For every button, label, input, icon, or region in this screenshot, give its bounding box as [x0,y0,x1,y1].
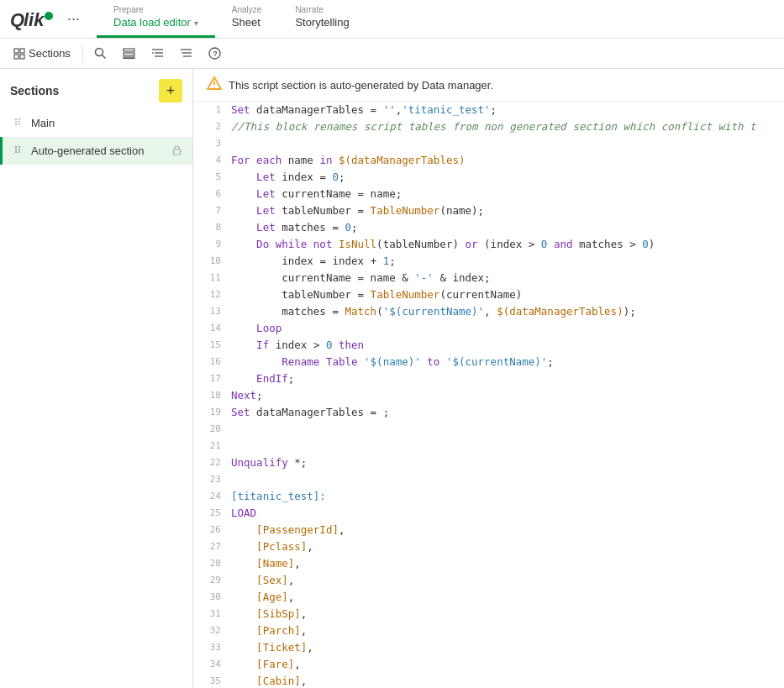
lock-icon-svg [171,144,182,155]
code-line-27: 27 [Pclass], [193,538,784,555]
prepare-dropdown-arrow-icon[interactable]: ▾ [194,18,198,28]
warning-message: This script section is auto-generated by… [229,79,493,92]
qlik-wordmark-icon: Q lik [10,8,54,31]
nav-tab-analyze-subtitle: Analyze [232,5,262,15]
nav-tab-analyze-title: Sheet [232,15,262,30]
svg-point-25 [18,123,20,125]
editor-area: This script section is auto-generated by… [193,69,784,688]
svg-point-29 [18,146,20,148]
svg-rect-32 [174,150,181,155]
code-line-29: 29 [Sex], [193,572,784,589]
svg-text:?: ? [213,50,218,58]
warning-triangle-icon [207,76,222,91]
sidebar-item-main[interactable]: Main [0,109,192,137]
code-line-26: 26 [PassengerId], [193,522,784,538]
svg-rect-3 [14,49,18,53]
code-line-25: 25 LOAD [193,505,784,522]
code-line-2: 2 //This block renames script tables fro… [193,118,784,135]
code-line-7: 7 Let tableNumber = TableNumber(name); [193,202,784,219]
search-icon [94,47,107,60]
more-options-button[interactable]: ··· [61,10,87,28]
sections-toggle-icon [13,48,25,60]
code-line-13: 13 matches = Match('$(currentName)', $(d… [193,303,784,320]
code-line-1: 1 Set dataManagerTables = '','titanic_te… [193,102,784,118]
svg-point-28 [15,151,17,153]
code-line-31: 31 [SibSp], [193,606,784,622]
indent-increase-icon [151,47,164,60]
code-line-14: 14 Loop [193,320,784,337]
nav-tab-prepare-title: Data load editor [113,15,191,30]
warning-icon [207,76,222,94]
code-line-19: 19 Set dataManagerTables = ; [193,404,784,421]
sidebar-item-main-icon [13,116,24,130]
view-toggle-icon [123,47,135,60]
code-line-22: 22 Unqualify *; [193,454,784,471]
svg-point-26 [15,146,17,148]
code-line-20: 20 [193,421,784,438]
nav-tab-prepare-title-row: Data load editor ▾ [113,15,198,30]
help-button[interactable]: ? [203,41,228,66]
code-editor[interactable]: 1 Set dataManagerTables = '','titanic_te… [193,102,784,688]
nav-tab-prepare-subtitle: Prepare [113,5,198,15]
svg-rect-6 [20,55,24,59]
code-line-34: 34 [Fare], [193,656,784,673]
svg-rect-11 [124,57,134,59]
svg-line-8 [103,55,106,59]
svg-point-2 [45,12,53,20]
sidebar-item-autogenerated-label: Auto-generated section [31,144,165,157]
svg-rect-5 [14,55,18,59]
indent-increase-button[interactable] [145,41,171,66]
code-line-6: 6 Let currentName = name; [193,186,784,202]
nav-tab-narrate-subtitle: Narrate [295,5,349,15]
svg-text:Q: Q [10,9,24,30]
code-line-12: 12 tableNumber = TableNumber(currentName… [193,286,784,303]
svg-rect-10 [124,53,134,55]
svg-rect-9 [124,49,134,51]
code-line-21: 21 [193,438,784,454]
nav-tabs: Prepare Data load editor ▾ Analyze Sheet… [97,0,784,38]
add-section-button[interactable]: + [159,79,182,102]
view-toggle-button[interactable] [117,41,142,66]
code-line-24: 24 [titanic_test]: [193,488,784,505]
nav-tab-narrate-title: Storytelling [295,15,349,30]
code-line-16: 16 Rename Table '$(name)' to '$(currentN… [193,354,784,370]
code-line-30: 30 [Age], [193,589,784,606]
sidebar-item-autogenerated-drag-icon [13,144,24,158]
code-line-17: 17 EndIf; [193,370,784,387]
code-line-32: 32 [Parch], [193,622,784,639]
svg-point-22 [15,123,17,125]
code-line-28: 28 [Name], [193,555,784,572]
toolbar-divider-1 [82,45,83,62]
sidebar-item-main-label: Main [31,117,182,129]
help-icon: ? [208,47,221,60]
sidebar-item-autogenerated[interactable]: Auto-generated section [0,137,192,165]
svg-rect-4 [20,49,24,53]
drag-handle-icon [13,116,24,128]
qlik-logo[interactable]: Q lik [10,8,54,31]
code-line-23: 23 [193,471,784,488]
warning-bar: This script section is auto-generated by… [193,69,784,102]
code-line-4: 4 For each name in $(dataManagerTables) [193,152,784,169]
nav-tab-analyze[interactable]: Analyze Sheet [215,0,279,38]
code-line-15: 15 If index > 0 then [193,337,784,354]
svg-text:lik: lik [24,9,45,30]
sidebar-title: Sections [10,84,59,97]
search-button[interactable] [88,41,113,66]
nav-tab-prepare[interactable]: Prepare Data load editor ▾ [97,0,215,38]
svg-point-30 [18,149,20,150]
svg-point-35 [213,87,215,88]
logo-area: Q lik ··· [0,0,97,38]
svg-point-20 [15,118,17,120]
sidebar: Sections + Main [0,69,193,688]
sections-toggle-button[interactable]: Sections [7,41,77,66]
code-line-5: 5 Let index = 0; [193,169,784,186]
code-line-35: 35 [Cabin], [193,673,784,688]
main-content: Sections + Main [0,69,784,688]
code-line-11: 11 currentName = name & '-' & index; [193,270,784,286]
svg-point-24 [18,121,20,123]
code-line-18: 18 Next; [193,387,784,404]
nav-tab-narrate[interactable]: Narrate Storytelling [278,0,366,38]
indent-decrease-button[interactable] [174,41,199,66]
toolbar: Sections ? [0,39,784,69]
code-line-10: 10 index = index + 1; [193,253,784,270]
